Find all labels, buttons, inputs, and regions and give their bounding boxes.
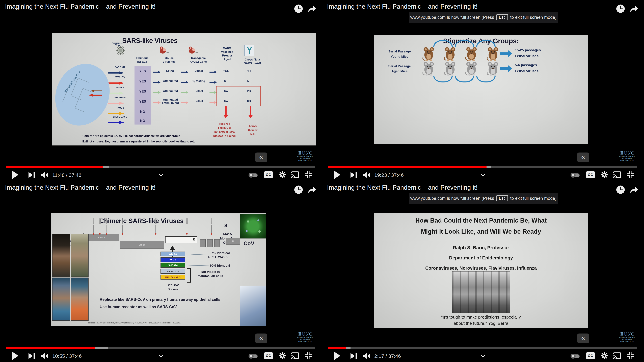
virus-icon (116, 46, 125, 55)
hmab-value: 4/4 (241, 69, 257, 72)
share-button[interactable] (307, 185, 317, 195)
cc-button[interactable]: CC (586, 352, 595, 359)
watch-later-button[interactable] (294, 185, 304, 195)
unc-building-icon (298, 333, 302, 336)
exit-fullscreen-button[interactable] (304, 352, 312, 360)
mutation-stem (187, 225, 187, 234)
chevron-down-icon[interactable] (480, 354, 486, 358)
clock-icon (616, 192, 625, 195)
exit-fullscreen-button[interactable] (626, 171, 634, 179)
cast-icon (290, 171, 299, 179)
mutation-tiny-label (93, 218, 94, 223)
infect-value: YES (135, 89, 150, 93)
settings-button[interactable] (278, 171, 286, 179)
settings-button[interactable] (600, 352, 608, 360)
toast-text: www.youtube.com is now full screen (Pres… (410, 15, 494, 20)
column-header-hmab: Cross-Neut SARS hmAB (239, 58, 266, 65)
flow-arrow (500, 65, 512, 72)
row-label: Serial Passage Young Mice (384, 49, 416, 59)
progress-bar[interactable] (6, 166, 314, 168)
body-text: Replicate like SARS-CoV on primary human… (100, 297, 220, 302)
slide-stigmatize-groups: Stigmatize Any Groups: Serial Passage Yo… (374, 35, 588, 144)
autoplay-toggle[interactable] (248, 354, 258, 359)
mutation-dot (93, 233, 94, 235)
virulence-value: Attenuated (160, 79, 181, 83)
mutation-dot (186, 233, 188, 235)
mutation-stem (156, 225, 156, 234)
video-player-bottom-right: How Bad Could the Next Pandemic Be, What… (322, 181, 644, 362)
mutation-tiny-label (186, 218, 188, 223)
next-button[interactable] (28, 352, 36, 360)
autoplay-toggle[interactable] (570, 354, 580, 359)
exit-fullscreen-button[interactable] (626, 352, 634, 360)
flow-arrow (153, 101, 161, 104)
chevron-down-icon[interactable] (480, 173, 486, 177)
cov-label: CoV (244, 240, 254, 247)
cc-button[interactable]: CC (264, 352, 273, 359)
share-button[interactable] (629, 185, 639, 195)
unc-watermark: UNC GILLINGS SCHOOL OF GLOBAL PUBLIC HEA… (616, 150, 638, 162)
autoplay-toggle[interactable] (248, 173, 258, 178)
cast-button[interactable] (612, 352, 621, 360)
next-button[interactable] (350, 352, 358, 360)
play-button[interactable] (12, 171, 18, 179)
cast-button[interactable] (612, 171, 621, 179)
share-arrow-icon (307, 192, 317, 195)
row-arrow (108, 91, 124, 95)
hace2-value: ?, testing (189, 79, 209, 83)
play-button[interactable] (12, 352, 18, 360)
brown-mouse-icon (442, 46, 459, 61)
video-title: Imagining the Next Flu Pandemic – and Pr… (5, 184, 156, 191)
cc-button[interactable]: CC (586, 171, 595, 178)
watch-later-button[interactable] (616, 185, 626, 195)
watch-later-button[interactable] (616, 4, 626, 14)
next-button[interactable] (350, 171, 358, 179)
progress-bar[interactable] (328, 347, 636, 349)
cc-button[interactable]: CC (264, 171, 273, 178)
cast-button[interactable] (290, 352, 299, 360)
play-button[interactable] (334, 171, 340, 179)
volume-icon (40, 171, 49, 179)
progress-bar[interactable] (328, 166, 636, 168)
volume-icon (362, 171, 371, 179)
passage-arc (455, 76, 474, 82)
settings-button[interactable] (600, 171, 608, 179)
hmab-value: NT (241, 79, 257, 83)
mutation-stem (100, 225, 100, 234)
chevron-down-icon[interactable] (158, 354, 164, 358)
flow-arrow (181, 101, 188, 104)
gray-mouse-icon (463, 61, 480, 76)
volume-button[interactable] (362, 352, 371, 360)
mutation-tiny-label (155, 218, 156, 223)
toast-text: to exit full screen mode) (510, 15, 556, 20)
cast-button[interactable] (290, 171, 299, 179)
video-player-top-left: SARS-like Viruses Recombinant Virus Chim… (0, 0, 322, 181)
volume-button[interactable] (362, 171, 371, 179)
passage-arc (476, 76, 496, 82)
next-button[interactable] (28, 171, 36, 179)
progress-bar[interactable] (6, 347, 314, 349)
gear-icon (278, 352, 286, 360)
settings-button[interactable] (278, 352, 286, 360)
share-button[interactable] (307, 4, 317, 14)
volume-button[interactable] (40, 171, 49, 179)
row-label: Serial Passage Aged Mice (384, 64, 416, 74)
volume-button[interactable] (40, 352, 49, 360)
callout-hmab: hmAB therapy fails (241, 124, 265, 136)
row-arrow (108, 121, 124, 124)
flow-arrow (210, 81, 217, 84)
rewind-overlay: « (577, 152, 589, 162)
mutation-dot (211, 233, 212, 235)
flow-arrow (210, 71, 217, 73)
autoplay-toggle[interactable] (570, 173, 580, 178)
column-header-hace2: Transgenic hACE2 Gene (184, 56, 213, 64)
chevron-down-icon[interactable] (158, 173, 164, 177)
share-button[interactable] (629, 4, 639, 14)
watch-later-button[interactable] (294, 4, 304, 14)
exit-fullscreen-button[interactable] (304, 171, 312, 179)
flu-ward-photo (452, 271, 510, 313)
unc-sub: GILLINGS SCHOOL OF GLOBAL PUBLIC HEALTH (616, 337, 638, 343)
infect-value: NO (135, 110, 150, 114)
play-button[interactable] (334, 352, 340, 360)
next-icon (350, 171, 358, 179)
